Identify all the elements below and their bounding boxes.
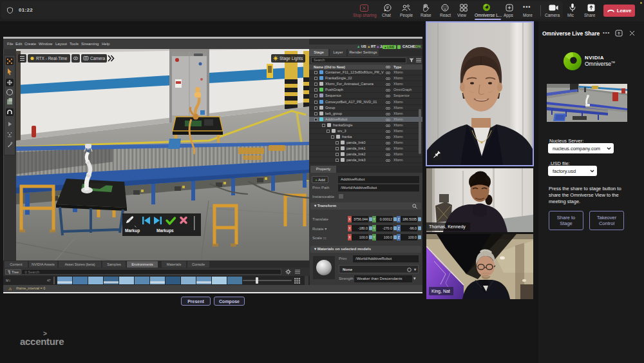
svg-text:King, Nat: King, Nat [431,289,450,294]
svg-text:Markup: Markup [125,228,140,233]
svg-text:Camera: Camera [90,56,106,61]
svg-text:Stage Lights: Stage Lights [279,56,303,61]
svg-text:Thomas, Kennedy: Thomas, Kennedy [429,224,466,230]
svg-text:Markups: Markups [156,228,174,233]
svg-text:RTX - Real-Time: RTX - Real-Time [36,56,68,61]
